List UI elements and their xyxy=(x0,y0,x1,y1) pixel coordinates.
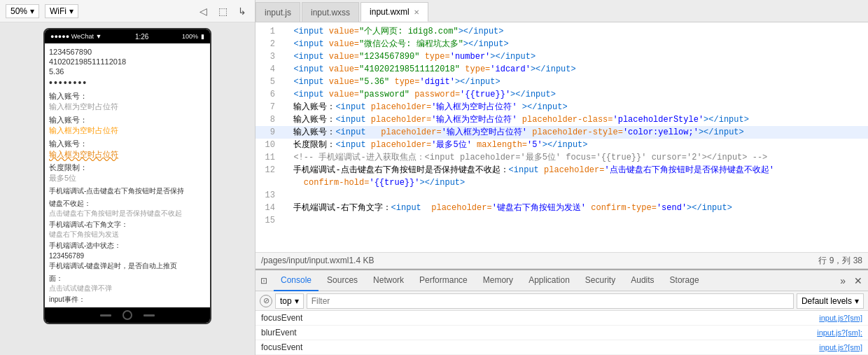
code-line-8: 8 输入账号：<input placeholder='输入框为空时占位符' pl… xyxy=(255,113,868,126)
tab-network[interactable]: Network xyxy=(366,270,411,291)
console-msg-3-text: focusEvent xyxy=(261,342,819,352)
code-line-4: 4 <input value="410202198511112018" type… xyxy=(255,63,868,76)
tab-console[interactable]: Console xyxy=(274,270,318,291)
tab-console-label: Console xyxy=(281,275,312,285)
tab-performance[interactable]: Performance xyxy=(412,270,475,291)
wifi-arrow: ▾ xyxy=(69,6,74,16)
phone-line-1: 1234567890 xyxy=(49,48,206,56)
console-msg-3-source[interactable]: input.js?[sm] xyxy=(819,343,862,351)
phone-container: ●●●●● WeChat ▼ 1:26 100% ▮ 1234567890 41… xyxy=(0,22,255,355)
wifi-value: WiFi xyxy=(50,6,66,16)
phone-line-4: •••••••• xyxy=(49,77,206,88)
phone-line-3: 5.36 xyxy=(49,67,206,76)
cursor-position: 行 9，列 38 xyxy=(818,255,862,267)
phone-nav xyxy=(45,307,210,323)
code-line-10: 10 长度限制：<input placeholder='最多5位' maxlen… xyxy=(255,139,868,151)
phone-placeholder-2: 输入框为空时占位符 xyxy=(49,125,206,136)
tab-network-label: Network xyxy=(373,275,404,285)
phone-label-9: input事件： xyxy=(49,295,206,305)
editor-status-bar: /pages/input/input.wxml 1.4 KB 行 9，列 38 xyxy=(255,252,868,269)
phone-simulator-panel: 50% ▾ WiFi ▾ ◁ ⬚ ↳ ●●●●● WeChat ▼ 1:26 1… xyxy=(0,0,255,355)
phone-label-6: 手机端调试-右下角文字： xyxy=(49,220,206,230)
console-context-selector[interactable]: top ▾ xyxy=(275,293,304,309)
code-line-12b: confirm-hold='{{true}}'></input> xyxy=(255,176,868,189)
phone-label-4: 长度限制： xyxy=(49,162,206,173)
battery-icon: ▮ xyxy=(201,33,204,40)
console-msg-1: focusEvent input.js?[sm] xyxy=(255,311,868,326)
zoom-selector[interactable]: 50% ▾ xyxy=(6,4,39,18)
code-line-6: 6 <input value="password" password='{{tr… xyxy=(255,88,868,101)
filter-text-input[interactable] xyxy=(312,296,789,306)
compile-icon[interactable]: ↳ xyxy=(235,4,249,18)
tab-storage[interactable]: Storage xyxy=(663,270,706,291)
code-editor[interactable]: 1 <input value="个人网页: idig8.com"></input… xyxy=(255,22,868,252)
code-line-12: 12 手机端调试-点击键盘右下角按钮时是否保持键盘不收起：<input plac… xyxy=(255,164,868,176)
tab-application-label: Application xyxy=(528,275,570,285)
code-line-14: 14 手机端调试-右下角文字：<input placeholder='键盘右下角… xyxy=(255,202,868,214)
console-levels-arrow: ▾ xyxy=(855,296,859,306)
tab-close-icon[interactable]: ✕ xyxy=(414,8,419,16)
editor-tabs: input.js input.wxss input.wxml ✕ xyxy=(255,0,868,22)
tab-input-wxss[interactable]: input.wxss xyxy=(302,2,359,22)
phone-status-bar: ●●●●● WeChat ▼ 1:26 100% ▮ xyxy=(45,29,210,43)
tab-audits-label: Audits xyxy=(631,275,654,285)
tab-storage-label: Storage xyxy=(670,275,699,285)
tab-security-label: Security xyxy=(585,275,615,285)
console-filter-input[interactable] xyxy=(307,293,794,309)
phone-placeholder-4: 最多5位 xyxy=(49,173,206,183)
editor-panel: input.js input.wxss input.wxml ✕ 1 <inpu… xyxy=(255,0,868,355)
phone-nav-home xyxy=(122,310,132,320)
devtools-close-icon[interactable]: ✕ xyxy=(851,275,865,286)
devtools: ⊡ Console Sources Network Performance Me… xyxy=(255,269,868,355)
wifi-selector[interactable]: WiFi ▾ xyxy=(45,4,78,18)
devtools-more-icon[interactable]: » xyxy=(836,275,850,286)
tab-input-js[interactable]: input.js xyxy=(255,2,300,22)
tab-label-js: input.js xyxy=(265,8,291,18)
tab-application[interactable]: Application xyxy=(522,270,577,291)
phone-time: 1:26 xyxy=(135,33,148,41)
phone-placeholder-3: 输入框为空时占位符 xyxy=(49,149,206,160)
back-icon[interactable]: ◁ xyxy=(196,4,210,18)
console-context-value: top xyxy=(280,296,292,306)
phone-status-left: ●●●●● WeChat ▼ xyxy=(50,33,102,40)
phone-content: 1234567890 410202198511112018 5.36 •••••… xyxy=(45,43,210,307)
tab-audits[interactable]: Audits xyxy=(624,270,661,291)
tab-performance-label: Performance xyxy=(419,275,468,285)
phone-label-3: 输入账号： xyxy=(49,139,206,149)
phone-label-2: 输入账号： xyxy=(49,115,206,125)
tab-memory-label: Memory xyxy=(483,275,513,285)
phone-line-2: 410202198511112018 xyxy=(49,57,206,66)
phone-battery: 100% xyxy=(182,33,198,40)
phone-nav-menu xyxy=(144,314,155,316)
phone-frame: ●●●●● WeChat ▼ 1:26 100% ▮ 1234567890 41… xyxy=(43,28,211,324)
console-levels-selector[interactable]: Default levels ▾ xyxy=(797,293,864,309)
tab-memory[interactable]: Memory xyxy=(476,270,520,291)
refresh-icon[interactable]: ⬚ xyxy=(216,4,230,18)
devtools-tabs: ⊡ Console Sources Network Performance Me… xyxy=(255,270,868,291)
tab-label-wxml: input.wxml xyxy=(370,7,410,17)
tab-input-wxml[interactable]: input.wxml ✕ xyxy=(360,2,428,22)
tab-security[interactable]: Security xyxy=(578,270,622,291)
tab-sources[interactable]: Sources xyxy=(320,270,365,291)
phone-nav-back xyxy=(100,314,111,316)
toolbar-icons: ◁ ⬚ ↳ xyxy=(196,4,249,18)
console-msg-2-source[interactable]: input.js?[sm]: xyxy=(817,328,862,337)
phone-placeholder-5: 点击键盘右下角按钮时是否保持键盘不收起 xyxy=(49,209,206,218)
console-block-icon[interactable]: ⊘ xyxy=(260,295,272,307)
simulator-toolbar: 50% ▾ WiFi ▾ ◁ ⬚ ↳ xyxy=(0,0,255,22)
code-line-1: 1 <input value="个人网页: idig8.com"></input… xyxy=(255,25,868,38)
code-line-3: 3 <input value="1234567890" type='number… xyxy=(255,50,868,63)
console-msg-1-source[interactable]: input.js?[sm] xyxy=(819,314,862,322)
code-line-11: 11 <!-- 手机端调试-进入获取焦点：<input placeholder=… xyxy=(255,151,868,164)
console-messages: focusEvent input.js?[sm] blurEvent input… xyxy=(255,311,868,355)
code-line-2: 2 <input value="微信公众号: 编程坑太多"></input> xyxy=(255,38,868,50)
code-line-9: 9 输入账号：<input placeholder='输入框为空时占位符' pl… xyxy=(255,126,868,139)
tab-label-wxss: input.wxss xyxy=(311,8,350,18)
phone-line-8: 123456789 xyxy=(49,252,206,260)
console-msg-3: focusEvent input.js?[sm] xyxy=(255,340,868,355)
devtools-cursor-icon[interactable]: ⊡ xyxy=(258,275,270,286)
file-path: /pages/input/input.wxml xyxy=(261,256,349,265)
phone-label-1: 输入账号： xyxy=(49,91,206,102)
console-msg-2-text: blurEvent xyxy=(261,328,817,337)
phone-signal: ●●●●● WeChat ▼ xyxy=(50,33,102,40)
